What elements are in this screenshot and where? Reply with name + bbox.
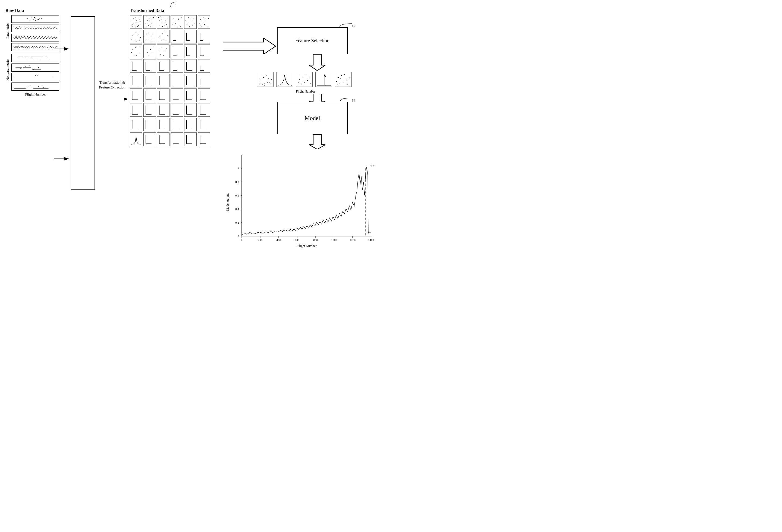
svg-point-74: [149, 18, 150, 18]
svg-point-345: [307, 80, 308, 81]
mini-plot-r2c6: [198, 30, 210, 43]
svg-point-51: [133, 23, 134, 24]
svg-point-110: [175, 23, 176, 24]
svg-point-164: [162, 33, 163, 34]
svg-point-85: [158, 17, 159, 18]
svg-point-192: [150, 49, 151, 50]
svg-point-38: [43, 87, 44, 88]
svg-point-97: [160, 25, 160, 26]
svg-point-104: [176, 21, 176, 21]
mini-plot-r4c3: [157, 59, 170, 73]
svg-point-151: [146, 40, 146, 40]
svg-point-111: [178, 18, 178, 19]
svg-point-36: [38, 86, 39, 87]
svg-point-103: [174, 26, 175, 26]
svg-point-12: [35, 21, 36, 21]
svg-point-360: [343, 82, 344, 82]
svg-rect-205: [184, 45, 197, 58]
svg-point-187: [140, 47, 141, 47]
mini-plot-r3c5: [184, 44, 197, 58]
svg-point-344: [306, 74, 307, 75]
svg-point-87: [160, 16, 161, 17]
svg-point-193: [152, 54, 152, 54]
svg-point-156: [151, 36, 151, 36]
svg-point-160: [145, 36, 145, 37]
mini-plot-r9c6: [198, 132, 210, 146]
svg-point-34: [30, 85, 30, 85]
mini-plot-r6c6: [198, 88, 210, 102]
svg-point-359: [341, 75, 342, 76]
svg-point-357: [338, 77, 339, 78]
mini-plot-r8c6: [198, 118, 210, 131]
feature-flight-label: Flight Number: [258, 89, 353, 93]
mini-plot-r2c1: [130, 30, 142, 43]
svg-point-133: [208, 18, 209, 19]
mini-plot-r9c3: [157, 132, 170, 146]
mini-plot-r6c3: [157, 88, 170, 102]
svg-text:1200: 1200: [350, 238, 356, 241]
svg-point-53: [135, 22, 135, 22]
svg-point-101: [172, 25, 173, 25]
svg-point-144: [136, 41, 137, 42]
ref-curve-10: [157, 1, 179, 9]
svg-point-194: [153, 47, 154, 47]
mini-plot-r7c3: [157, 103, 170, 117]
svg-text:1400: 1400: [368, 238, 374, 241]
svg-text:200: 200: [258, 238, 263, 241]
np-signal-box-1: [11, 54, 59, 62]
svg-rect-68: [144, 15, 156, 29]
svg-point-185: [138, 50, 138, 51]
svg-rect-350: [316, 72, 332, 86]
mini-plot-r5c1: [130, 74, 142, 87]
feat-scatter2: [296, 72, 313, 87]
svg-point-122: [187, 22, 188, 22]
svg-point-121: [194, 23, 195, 24]
svg-point-108: [181, 17, 181, 18]
mini-plot-r4c2: [143, 59, 156, 73]
svg-point-109: [173, 22, 173, 22]
svg-point-366: [340, 78, 341, 79]
svg-point-142: [135, 40, 135, 40]
svg-point-69: [145, 26, 145, 27]
svg-point-134: [200, 25, 201, 26]
svg-point-115: [187, 25, 187, 25]
svg-point-341: [301, 84, 302, 84]
mini-plot-r4c5: [184, 59, 197, 73]
param-arrow: [54, 45, 71, 53]
svg-point-189: [146, 48, 146, 48]
svg-point-332: [261, 75, 262, 75]
feat-scatter3: [335, 72, 352, 87]
svg-point-35: [32, 88, 32, 89]
svg-point-49: [132, 25, 133, 25]
svg-point-129: [203, 17, 204, 18]
svg-point-199: [163, 55, 164, 56]
svg-point-52: [134, 25, 134, 26]
np-signal-box-2: [11, 64, 59, 72]
svg-point-190: [147, 52, 147, 53]
svg-point-348: [299, 75, 299, 76]
big-right-arrow: [223, 38, 277, 54]
svg-point-1: [28, 18, 28, 19]
svg-rect-355: [335, 72, 352, 86]
svg-rect-100: [171, 15, 183, 29]
svg-point-346: [309, 78, 310, 78]
svg-point-158: [153, 34, 153, 34]
parametric-group: Parametric: [11, 15, 60, 51]
svg-point-181: [133, 49, 133, 50]
diagram-container: Raw Data Parametric: [0, 0, 391, 266]
svg-point-147: [139, 40, 140, 41]
svg-point-80: [154, 23, 154, 24]
mini-plot-r5c5: [184, 74, 197, 87]
signal-box-1: [11, 24, 59, 32]
svg-point-10: [39, 18, 40, 19]
ref-curve-14: [339, 97, 355, 102]
svg-point-6: [38, 19, 39, 20]
svg-point-186: [139, 54, 140, 54]
svg-rect-202: [171, 45, 183, 58]
svg-point-91: [164, 22, 164, 22]
svg-point-59: [138, 25, 139, 26]
svg-point-138: [131, 39, 132, 40]
svg-point-118: [191, 19, 191, 20]
svg-point-325: [263, 77, 264, 78]
svg-point-112: [180, 26, 181, 27]
